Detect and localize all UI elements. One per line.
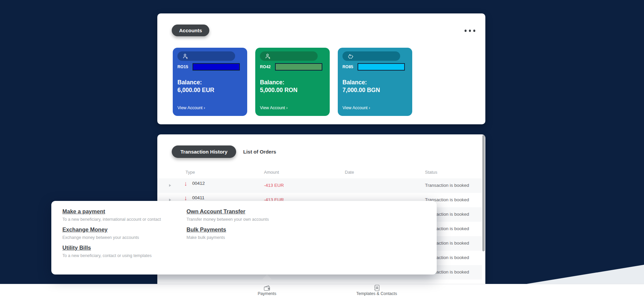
view-account-link[interactable]: View Account ›: [260, 105, 287, 110]
account-card-eur[interactable]: $ RO15 Balance: 6,000.00 EUR View Accoun…: [173, 48, 247, 116]
cell-status: Transaction is booked: [425, 183, 469, 188]
iban-prefix: RO42: [260, 65, 271, 69]
column-header-status: Status: [425, 170, 437, 175]
menu-item-title[interactable]: Exchange Money: [62, 226, 108, 233]
bottom-navigation-bar: Payments Templates & Contacts: [0, 284, 644, 296]
account-iban: RO85: [342, 63, 406, 71]
column-header-type: Type: [185, 170, 195, 175]
account-balance: Balance: 6,000.00 EUR: [177, 79, 214, 94]
menu-item-description: To a new beneficiary, contact or using t…: [62, 253, 183, 258]
person-dollar-icon: $: [182, 53, 188, 59]
decorative-diagonal-wedge: [527, 265, 644, 284]
svg-text:$: $: [269, 57, 270, 59]
accounts-title-badge[interactable]: Accounts: [172, 25, 209, 36]
menu-item-make-a-payment[interactable]: Make a payment To a new beneficiary, int…: [62, 208, 183, 222]
account-cards-row: $ RO15 Balance: 6,000.00 EUR View Accoun…: [173, 48, 412, 116]
balance-label: Balance:: [260, 79, 298, 86]
iban-prefix: RO85: [342, 65, 353, 69]
menu-item-title[interactable]: Utility Bills: [62, 245, 91, 251]
column-header-date: Date: [345, 170, 354, 175]
tab-label: Transaction History: [180, 149, 227, 155]
menu-item-description: To a new beneficiary, international acco…: [62, 217, 183, 222]
redacted-iban: [193, 63, 240, 71]
account-holder-pill: [342, 51, 400, 61]
iban-prefix: RO15: [177, 65, 188, 69]
ellipsis-icon: [473, 30, 475, 32]
menu-item-description: Exchange money between your accounts: [62, 235, 183, 240]
banking-dashboard: Accounts $ RO15: [0, 0, 644, 296]
cell-amount: -413 EUR: [264, 183, 284, 188]
person-dollar-icon: $: [265, 53, 271, 59]
view-account-link[interactable]: View Account ›: [342, 105, 370, 110]
ellipsis-icon: [469, 30, 471, 32]
menu-item-bulk-payments[interactable]: Bulk Payments Make bulk payments: [186, 226, 307, 240]
payments-menu-popup: Make a payment To a new beneficiary, int…: [51, 201, 437, 274]
view-account-link[interactable]: View Account ›: [177, 105, 205, 110]
menu-item-title[interactable]: Make a payment: [62, 208, 105, 215]
nav-item-payments[interactable]: Payments: [240, 285, 294, 296]
redacted-iban: [275, 63, 322, 71]
accounts-title: Accounts: [179, 28, 202, 33]
menu-item-description: Make bulk payments: [186, 235, 307, 240]
nav-label: Templates & Contacts: [356, 291, 397, 296]
accounts-more-menu-button[interactable]: [463, 26, 477, 35]
nav-label: Payments: [258, 291, 276, 296]
cell-type: 00412: [192, 181, 205, 186]
balance-value: 5,000.00 RON: [260, 86, 298, 94]
redacted-iban: [358, 63, 405, 71]
account-card-bgn[interactable]: RO85 Balance: 7,000.00 BGN View Account …: [338, 48, 412, 116]
balance-label: Balance:: [342, 79, 380, 86]
menu-item-own-account-transfer[interactable]: Own Account Transfer Transfer money betw…: [186, 208, 307, 222]
piggy-bank-icon: [347, 53, 354, 59]
outgoing-arrow-icon: ↓: [184, 180, 187, 187]
account-iban: RO15: [177, 63, 241, 71]
popup-caret: [260, 274, 274, 282]
svg-text:$: $: [186, 57, 188, 59]
tab-list-of-orders[interactable]: List of Orders: [243, 145, 276, 158]
account-holder-pill: $: [177, 51, 235, 61]
menu-item-description: Transfer money between your own accounts: [186, 217, 307, 222]
nav-item-templates-contacts[interactable]: Templates & Contacts: [343, 285, 410, 296]
menu-item-exchange-money[interactable]: Exchange Money Exchange money between yo…: [62, 226, 183, 240]
wallet-icon: [263, 285, 271, 291]
cell-type: 00411: [192, 195, 205, 200]
contacts-book-icon: [373, 285, 380, 291]
account-card-ron[interactable]: $ RO42 Balance: 5,000.00 RON View Accoun…: [255, 48, 330, 116]
account-balance: Balance: 7,000.00 BGN: [342, 79, 380, 94]
table-row[interactable]: ↓ 00412 -413 EUR Transaction is booked: [157, 178, 482, 193]
balance-label: Balance:: [177, 79, 214, 86]
tab-transaction-history[interactable]: Transaction History: [172, 145, 236, 158]
menu-item-title[interactable]: Own Account Transfer: [186, 208, 245, 215]
account-holder-pill: $: [260, 51, 318, 61]
balance-value: 7,000.00 BGN: [342, 86, 380, 94]
row-expand-chevron-icon[interactable]: [169, 184, 171, 187]
vertical-scrollbar[interactable]: [482, 135, 485, 251]
account-balance: Balance: 5,000.00 RON: [260, 79, 298, 94]
menu-item-utility-bills[interactable]: Utility Bills To a new beneficiary, cont…: [62, 245, 183, 258]
tab-label: List of Orders: [243, 149, 276, 155]
ellipsis-icon: [465, 30, 467, 32]
balance-value: 6,000.00 EUR: [177, 86, 214, 94]
column-header-amount: Amount: [264, 170, 279, 175]
menu-item-title[interactable]: Bulk Payments: [186, 226, 226, 233]
account-iban: RO42: [260, 63, 324, 71]
accounts-panel: Accounts $ RO15: [157, 13, 485, 124]
